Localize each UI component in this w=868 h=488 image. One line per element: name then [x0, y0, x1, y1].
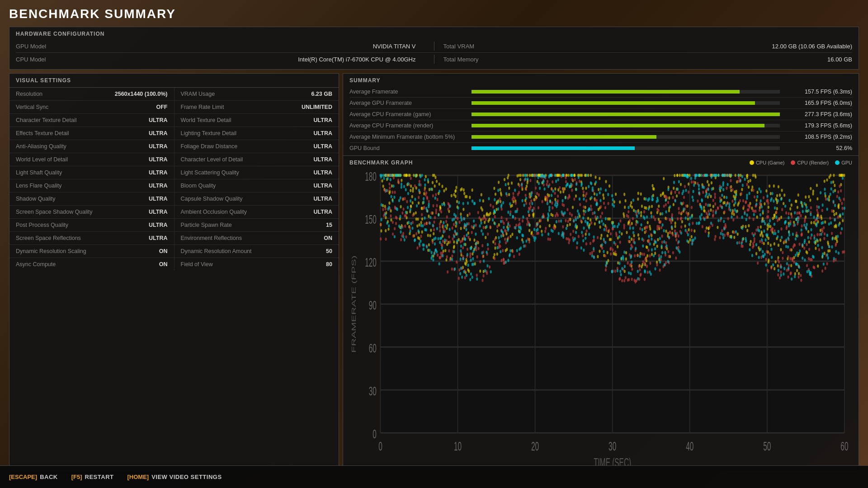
graph-legend: CPU (Game)CPU (Render)GPU	[750, 160, 852, 165]
graph-data-point	[797, 220, 799, 223]
graph-data-point	[675, 238, 677, 241]
graph-data-point	[409, 230, 411, 233]
graph-data-point	[388, 202, 390, 205]
graph-data-point	[439, 190, 440, 193]
graph-data-point	[803, 247, 805, 250]
graph-data-point	[436, 198, 438, 201]
graph-data-point	[665, 199, 666, 202]
graph-data-point	[456, 239, 458, 242]
graph-data-point	[473, 220, 475, 223]
bottom-button[interactable]: [ESCAPE]BACK	[9, 474, 58, 480]
graph-data-point	[783, 272, 784, 276]
graph-data-point	[642, 228, 643, 231]
graph-data-point	[465, 258, 467, 261]
graph-data-point	[554, 192, 556, 195]
graph-data-point	[724, 174, 726, 177]
graph-data-point	[519, 253, 520, 256]
graph-data-point	[583, 205, 585, 208]
graph-data-point	[528, 195, 530, 198]
graph-data-point	[640, 192, 642, 196]
graph-data-point	[525, 197, 527, 200]
graph-data-point	[451, 267, 453, 271]
graph-data-point	[770, 229, 772, 232]
graph-data-point	[839, 185, 840, 188]
graph-data-point	[717, 226, 718, 229]
graph-data-point	[382, 174, 384, 177]
graph-data-point	[501, 259, 503, 262]
graph-data-point	[398, 199, 400, 202]
graph-data-point	[441, 203, 443, 206]
graph-data-point	[702, 191, 704, 194]
graph-data-point	[473, 225, 475, 228]
graph-data-point	[822, 203, 824, 206]
bottom-button[interactable]: [HOME]VIEW VIDEO SETTINGS	[127, 474, 222, 480]
graph-data-point	[505, 230, 507, 233]
graph-data-point	[385, 229, 387, 232]
graph-data-point	[476, 274, 478, 277]
graph-data-point	[411, 226, 413, 230]
graph-data-point	[791, 203, 793, 206]
graph-data-point	[582, 239, 584, 242]
graph-data-point	[489, 218, 491, 221]
graph-data-point	[434, 252, 435, 255]
graph-data-point	[809, 198, 811, 202]
graph-data-point	[507, 259, 509, 262]
graph-data-point	[505, 261, 507, 264]
graph-data-point	[486, 264, 488, 267]
graph-data-point	[604, 228, 605, 231]
setting-value: ULTRA	[149, 222, 167, 228]
graph-data-point	[754, 195, 755, 198]
graph-data-point	[646, 245, 647, 249]
bottom-button[interactable]: [F5]RESTART	[71, 474, 114, 480]
graph-data-point	[573, 219, 575, 222]
graph-data-point	[514, 217, 516, 220]
graph-data-point	[398, 225, 400, 228]
graph-data-point	[647, 221, 649, 224]
graph-data-point	[788, 276, 789, 279]
graph-data-point	[531, 202, 533, 205]
setting-value: ULTRA	[314, 143, 332, 150]
graph-data-point	[755, 202, 757, 206]
graph-data-point	[507, 229, 509, 232]
graph-data-point	[659, 260, 661, 263]
graph-data-point	[439, 241, 441, 244]
graph-data-point	[665, 217, 667, 221]
graph-data-point	[580, 246, 582, 249]
graph-data-point	[514, 189, 516, 192]
graph-data-point	[669, 218, 670, 221]
graph-data-point	[489, 265, 491, 268]
graph-data-point	[800, 279, 802, 282]
graph-data-point	[535, 187, 537, 190]
graph-data-point	[552, 214, 553, 217]
summary-row-label: Average CPU Framerate (game)	[349, 111, 467, 117]
summary-row-value: 108.5 FPS (9.2ms)	[784, 134, 852, 140]
graph-data-point	[724, 210, 726, 213]
graph-data-point	[844, 206, 845, 210]
graph-data-point	[788, 224, 790, 227]
graph-data-point	[590, 221, 592, 225]
graph-data-point	[660, 226, 662, 229]
setting-name: Particle Spawn Rate	[181, 222, 232, 228]
hw-divider	[434, 42, 434, 51]
graph-data-point	[460, 227, 462, 230]
graph-data-point	[461, 218, 462, 221]
graph-data-point	[767, 210, 769, 213]
graph-data-point	[422, 206, 424, 210]
graph-data-point	[458, 201, 460, 204]
graph-data-point	[630, 247, 632, 250]
graph-data-point	[776, 211, 778, 214]
graph-data-point	[824, 192, 826, 195]
graph-data-point	[811, 258, 813, 261]
graph-data-point	[735, 193, 737, 196]
graph-data-point	[464, 238, 466, 241]
graph-data-point	[460, 244, 462, 248]
graph-data-point	[394, 191, 396, 194]
summary-row-value: 277.3 FPS (3.6ms)	[784, 111, 852, 117]
graph-data-point	[843, 197, 845, 201]
graph-data-point	[835, 250, 837, 253]
graph-data-point	[431, 254, 433, 258]
graph-data-point	[820, 191, 821, 194]
graph-data-point	[540, 174, 542, 177]
graph-data-point	[522, 219, 524, 222]
graph-data-point	[413, 174, 415, 177]
